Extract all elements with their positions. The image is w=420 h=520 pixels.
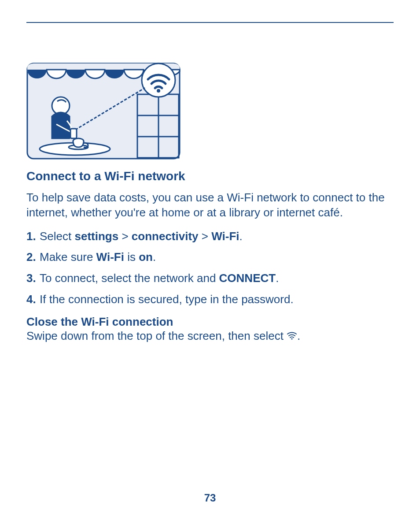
sub-heading: Close the Wi-Fi connection <box>26 315 394 329</box>
intro-text: To help save data costs, you can use a W… <box>26 190 394 220</box>
section-heading: Connect to a Wi-Fi network <box>26 169 394 183</box>
step-text: Make sure Wi-Fi is on. <box>40 250 394 265</box>
page-number: 73 <box>0 492 420 504</box>
step-text: To connect, select the network and CONNE… <box>40 271 394 286</box>
step-text: If the connection is secured, type in th… <box>40 292 394 307</box>
step-2: 2. Make sure Wi-Fi is on. <box>26 250 394 265</box>
step-3: 3. To connect, select the network and CO… <box>26 271 394 286</box>
wifi-icon <box>287 331 297 340</box>
step-number: 4. <box>26 292 40 307</box>
cafe-wifi-illustration <box>26 63 181 160</box>
step-1: 1. Select settings > connectivity > Wi-F… <box>26 229 394 244</box>
svg-rect-11 <box>70 129 77 138</box>
step-number: 1. <box>26 229 40 244</box>
step-4: 4. If the connection is secured, type in… <box>26 292 394 307</box>
step-number: 2. <box>26 250 40 265</box>
top-rule <box>26 22 394 23</box>
svg-point-8 <box>157 89 160 93</box>
step-text: Select settings > connectivity > Wi-Fi. <box>40 229 394 244</box>
step-number: 3. <box>26 271 40 286</box>
sub-text: Swipe down from the top of the screen, t… <box>26 329 394 344</box>
svg-point-14 <box>291 338 293 339</box>
